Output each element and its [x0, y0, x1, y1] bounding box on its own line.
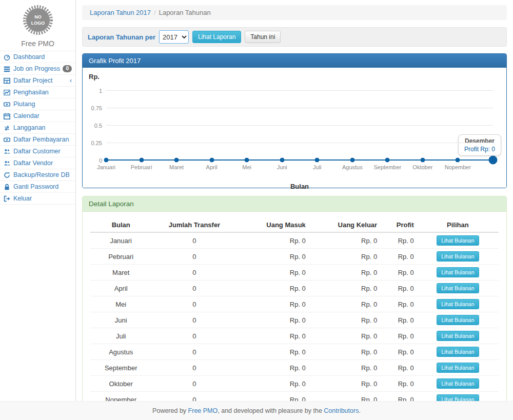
- chart-x-axis-title: Bulan: [106, 183, 493, 190]
- table-cell: Rp. 0: [380, 328, 417, 344]
- lihat-bulanan-button[interactable]: Lihat Bulanan: [437, 235, 479, 246]
- lihat-bulanan-button[interactable]: Lihat Bulanan: [437, 251, 479, 262]
- table-cell: 0: [151, 296, 237, 312]
- table-cell: Rp. 0: [309, 232, 380, 249]
- chart-point-maret[interactable]: [174, 158, 179, 163]
- sidebar-item-penghasilan[interactable]: Penghasilan: [0, 87, 75, 98]
- chart-x-tick-label: Nopember: [445, 164, 471, 170]
- table-cell: Rp. 0: [309, 344, 380, 360]
- table-cell: September: [90, 360, 151, 376]
- table-cell: April: [90, 281, 151, 296]
- table-cell: Rp. 0: [238, 312, 309, 328]
- table-row: September0Rp. 0Rp. 0Rp. 0Lihat Bulanan: [90, 360, 499, 376]
- sidebar-item-daftar-vendor[interactable]: Daftar Vendor: [0, 157, 75, 169]
- users-icon: [4, 148, 11, 155]
- profit-chart-panel: Grafik Profit 2017 Rp. Desember Profit R…: [82, 53, 507, 188]
- chart-gridline: 0.5: [106, 125, 493, 126]
- chart-x-tick-label: Januari: [97, 164, 115, 170]
- detail-laporan-panel: Detail Laporan Bulan Jumlah Transfer Uan…: [82, 196, 507, 420]
- table-cell: Agustus: [90, 344, 151, 360]
- table-cell: 0: [151, 328, 237, 344]
- sidebar-item-backup-restore[interactable]: Backup/Restore DB: [0, 169, 75, 181]
- tahun-ini-button[interactable]: Tahun ini: [245, 31, 281, 43]
- chart-y-tick-label: 0: [85, 157, 102, 164]
- table-cell: Rp. 0: [309, 312, 380, 328]
- table-cell: Mei: [90, 296, 151, 312]
- table-cell: Rp. 0: [380, 249, 417, 265]
- lihat-bulanan-button[interactable]: Lihat Bulanan: [437, 315, 479, 325]
- lihat-bulanan-button[interactable]: Lihat Bulanan: [437, 331, 479, 341]
- table-row: Januari0Rp. 0Rp. 0Rp. 0Lihat Bulanan: [90, 232, 499, 249]
- lihat-bulanan-button[interactable]: Lihat Bulanan: [437, 299, 479, 309]
- sidebar-item-calendar[interactable]: Calendar: [0, 110, 75, 122]
- sidebar-item-daftar-customer[interactable]: Daftar Customer: [0, 146, 75, 157]
- table-cell: 0: [151, 281, 237, 296]
- table-cell: Rp. 0: [238, 232, 309, 249]
- chart-gridline: 1: [106, 90, 493, 91]
- sidebar-item-ganti-password[interactable]: Ganti Password: [0, 181, 75, 193]
- footer-brand-link[interactable]: Free PMO: [188, 407, 218, 414]
- table-cell: Rp. 0: [309, 296, 380, 312]
- chart-point-juni[interactable]: [280, 158, 284, 163]
- chart-point-januari[interactable]: [104, 158, 109, 163]
- table-cell: Rp. 0: [238, 360, 309, 376]
- chart-series-line: [106, 159, 493, 161]
- sidebar-item-langganan[interactable]: Langganan: [0, 122, 75, 134]
- table-cell: Juli: [90, 328, 151, 344]
- chart-y-tick-label: 1: [85, 88, 102, 94]
- chart-point-oktober[interactable]: [420, 158, 425, 163]
- chart-point-juli[interactable]: [315, 158, 320, 163]
- table-cell: Rp. 0: [309, 376, 380, 392]
- breadcrumb-link[interactable]: Laporan Tahun 2017: [90, 9, 151, 16]
- chart-point-desember[interactable]: [489, 156, 498, 165]
- sidebar-item-piutang[interactable]: Piutang: [0, 98, 75, 110]
- lihat-bulanan-button[interactable]: Lihat Bulanan: [437, 378, 479, 389]
- lihat-laporan-button[interactable]: Lihat Laporan: [192, 31, 241, 43]
- table-cell: Rp. 0: [309, 328, 380, 344]
- lihat-bulanan-button[interactable]: Lihat Bulanan: [437, 347, 479, 357]
- sidebar-item-dashboard[interactable]: Dashboard: [0, 51, 75, 63]
- table-cell: Maret: [90, 265, 151, 281]
- chart-x-tick-label: Oktober: [412, 164, 432, 170]
- breadcrumb-current: Laporan Tahunan: [159, 9, 211, 16]
- table-cell: Rp. 0: [380, 281, 417, 296]
- lihat-bulanan-button[interactable]: Lihat Bulanan: [437, 283, 479, 293]
- table-cell: Rp. 0: [238, 281, 309, 296]
- chart-x-tick-label: Agustus: [342, 164, 363, 170]
- table-cell: 0: [151, 376, 237, 392]
- report-table: Bulan Jumlah Transfer Uang Masuk Uang Ke…: [90, 218, 499, 420]
- chart-point-nopember[interactable]: [456, 158, 460, 163]
- table-cell: Rp. 0: [380, 312, 417, 328]
- chart-x-tick-label: September: [373, 164, 401, 170]
- chart-point-april[interactable]: [209, 158, 214, 163]
- sidebar-item-keluar[interactable]: Keluar: [0, 193, 75, 205]
- table-cell: Rp. 0: [238, 296, 309, 312]
- lihat-bulanan-button[interactable]: Lihat Bulanan: [437, 363, 479, 373]
- table-cell: Rp. 0: [238, 376, 309, 392]
- chart-x-tick-label: April: [206, 164, 218, 170]
- lihat-bulanan-button[interactable]: Lihat Bulanan: [437, 267, 479, 277]
- sidebar-item-job-on-progress[interactable]: Job on Progress 0: [0, 63, 75, 75]
- dashboard-icon: [4, 54, 11, 61]
- col-header-jumlah-transfer: Jumlah Transfer: [151, 218, 237, 232]
- table-cell: Rp. 0: [380, 265, 417, 281]
- breadcrumb: Laporan Tahun 2017/Laporan Tahunan: [82, 5, 507, 20]
- lock-icon: [4, 184, 11, 190]
- detail-panel-title: Detail Laporan: [83, 196, 506, 212]
- table-row: Pebruari0Rp. 0Rp. 0Rp. 0Lihat Bulanan: [90, 249, 499, 265]
- chart-point-pebruari[interactable]: [139, 158, 144, 163]
- refresh-icon: [4, 172, 11, 178]
- table-cell: Rp. 0: [238, 328, 309, 344]
- chevron-left-icon: ‹: [70, 78, 72, 83]
- chart-point-september[interactable]: [385, 158, 390, 163]
- footer-contributors-link[interactable]: Contributors: [324, 407, 359, 414]
- year-select[interactable]: 2017: [159, 30, 189, 44]
- chart-y-tick-label: 0.25: [85, 140, 102, 146]
- line-chart-icon: [4, 89, 11, 96]
- sidebar-item-daftar-project[interactable]: Daftar Project ‹: [0, 75, 75, 87]
- table-cell: 0: [151, 344, 237, 360]
- col-header-uang-masuk: Uang Masuk: [238, 218, 309, 232]
- chart-point-agustus[interactable]: [350, 158, 354, 163]
- chart-point-mei[interactable]: [245, 158, 249, 163]
- sidebar-item-daftar-pembayaran[interactable]: Daftar Pembayaran: [0, 134, 75, 146]
